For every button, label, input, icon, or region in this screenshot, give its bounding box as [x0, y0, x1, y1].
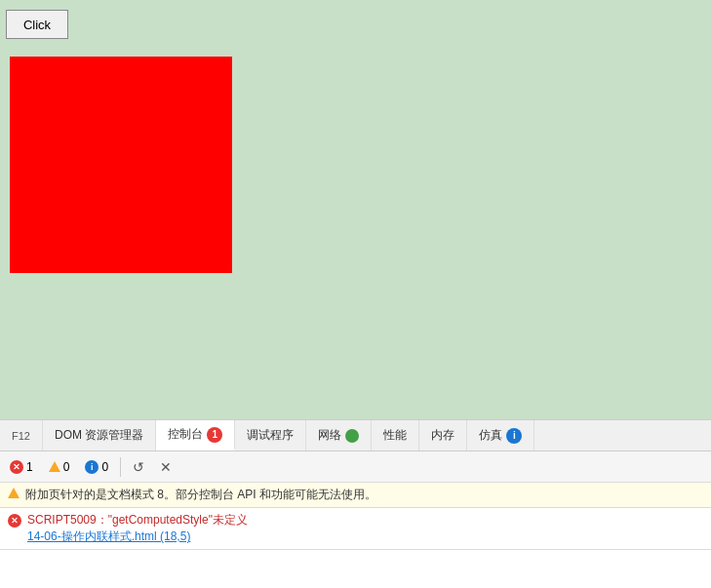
- console-error-message: ✕ SCRIPT5009："getComputedStyle"未定义 14-06…: [0, 508, 711, 550]
- tab-dom[interactable]: DOM 资源管理器: [43, 420, 156, 451]
- red-rectangle: [10, 57, 232, 273]
- console-error-badge: 1: [207, 427, 222, 443]
- warning-triangle-icon: [8, 488, 20, 498]
- error-main-text: SCRIPT5009："getComputedStyle"未定义: [27, 512, 248, 529]
- tab-performance[interactable]: 性能: [372, 420, 419, 451]
- tab-memory[interactable]: 内存: [419, 420, 467, 451]
- warning-text: 附加页针对的是文档模式 8。部分控制台 API 和功能可能无法使用。: [25, 487, 376, 503]
- emulation-info-badge: i: [506, 428, 522, 444]
- main-content: Click: [0, 0, 711, 419]
- tab-f12[interactable]: F12: [0, 420, 43, 451]
- devtools-panel: F12 DOM 资源管理器 控制台 1 调试程序 网络 性能 内存 仿真 i ✕: [0, 419, 711, 588]
- info-filter-button[interactable]: i 0: [79, 458, 114, 476]
- network-status-icon: [345, 429, 359, 443]
- error-filter-button[interactable]: ✕ 1: [4, 458, 39, 476]
- close-icon: ✕: [160, 459, 172, 475]
- warning-filter-button[interactable]: 0: [43, 458, 76, 476]
- error-location[interactable]: 14-06-操作内联样式.html (18,5): [8, 529, 703, 545]
- click-button[interactable]: Click: [6, 10, 68, 39]
- console-toolbar: ✕ 1 0 i 0 ↺ ✕: [0, 451, 711, 483]
- tab-network[interactable]: 网络: [306, 420, 372, 451]
- refresh-button[interactable]: ↺: [127, 457, 150, 477]
- tab-debugger[interactable]: 调试程序: [235, 420, 306, 451]
- tab-emulation[interactable]: 仿真 i: [467, 420, 534, 451]
- tab-console[interactable]: 控制台 1: [156, 420, 235, 451]
- toolbar-divider: [120, 457, 121, 477]
- close-console-button[interactable]: ✕: [154, 457, 178, 477]
- console-output: 附加页针对的是文档模式 8。部分控制台 API 和功能可能无法使用。 ✕ SCR…: [0, 483, 711, 588]
- error-main-row: ✕ SCRIPT5009："getComputedStyle"未定义: [8, 512, 703, 529]
- error-icon: ✕: [10, 460, 23, 474]
- console-warning-message: 附加页针对的是文档模式 8。部分控制台 API 和功能可能无法使用。: [0, 483, 711, 508]
- error-circle-icon: ✕: [8, 514, 21, 528]
- warning-icon: [49, 461, 60, 472]
- devtools-tabs: F12 DOM 资源管理器 控制台 1 调试程序 网络 性能 内存 仿真 i: [0, 420, 711, 451]
- refresh-icon: ↺: [133, 459, 144, 475]
- info-icon: i: [85, 460, 99, 474]
